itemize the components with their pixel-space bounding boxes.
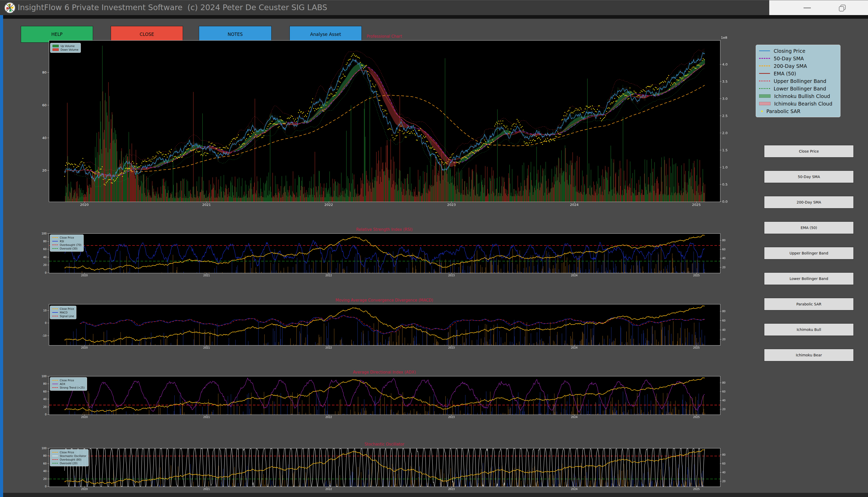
rsi-legend: Close PriceRSIOverbought (70)Oversold (3… <box>50 235 84 252</box>
oversold-20-swatch-icon <box>52 463 58 464</box>
legend-label: EMA (50) <box>774 71 796 76</box>
legend-item-macd: MACD <box>52 311 74 314</box>
adx-swatch-icon <box>52 384 58 384</box>
sidebar-button-200-day-sma[interactable]: 200-Day SMA <box>764 196 854 209</box>
legend-item-rsi: RSI <box>52 239 81 243</box>
rsi-swatch-icon <box>52 241 58 241</box>
legend-item-stochastic-oscillator: Stochastic Oscillator <box>52 454 86 458</box>
legend-item-overbought-70: Overbought (70) <box>52 243 81 247</box>
macd-title: Moving Average Convergence Divergence (M… <box>49 298 720 302</box>
legend-label: Close Price <box>60 308 74 310</box>
ema-50-swatch-icon <box>759 73 770 74</box>
signal-line-swatch-icon <box>52 316 58 316</box>
close-price-swatch-icon <box>52 309 58 309</box>
legend-label: Strong Trend (>25) <box>60 386 85 389</box>
legend-label: ADX <box>60 383 65 385</box>
legend-label: Close Price <box>60 451 74 454</box>
legend-label: Oversold (30) <box>60 247 77 250</box>
legend-item-close-price: Close Price <box>52 236 81 239</box>
sidebar-button-close-price[interactable]: Close Price <box>764 145 854 157</box>
oversold-30-swatch-icon <box>52 248 58 249</box>
200-day-sma-swatch-icon <box>759 66 770 66</box>
legend-label: Overbought (70) <box>60 244 81 246</box>
legend-item-oversold-20: Oversold (20) <box>52 462 86 465</box>
up-volume-swatch-icon <box>53 45 59 47</box>
sidebar-button-ema-50[interactable]: EMA (50) <box>764 222 854 234</box>
minimize-button[interactable] <box>804 8 811 8</box>
titlebar: InsightFlow 6 Private Investment Softwar… <box>0 0 868 15</box>
stoch-panel: Stochastic Oscillator Close PriceStochas… <box>49 448 720 486</box>
50-day-sma-swatch-icon <box>759 58 770 59</box>
price-chart-title: Professional Chart <box>49 34 720 39</box>
legend-label: 200-Day SMA <box>774 63 807 69</box>
app-icon <box>4 2 16 14</box>
legend-label: Up Volume <box>60 45 75 47</box>
legend-item-close-price: Close Price <box>52 451 86 454</box>
legend-item-50-day-sma: 50-Day SMA <box>759 55 837 62</box>
legend-label: Close Price <box>60 236 74 239</box>
rsi-canvas[interactable] <box>49 233 720 273</box>
restore-button[interactable] <box>839 5 845 12</box>
macd-legend: Close PriceMACDSignal Line <box>50 306 76 319</box>
legend-label: Close Price <box>60 379 74 382</box>
adx-title: Average Directional Index (ADX) <box>49 370 720 374</box>
sidebar-button-parabolic-sar[interactable]: Parabolic SAR <box>764 298 854 310</box>
legend-item-overbought-80: Overbought (80) <box>52 458 86 462</box>
legend-label: RSI <box>60 240 64 243</box>
strong-trend-25-swatch-icon <box>52 387 58 388</box>
ichimoku-bullish-cloud-swatch-icon <box>759 94 770 98</box>
bottom-strip <box>3 493 868 497</box>
sidebar-button-ichimoku-bull[interactable]: Ichimoku Bull <box>764 323 854 336</box>
legend-label: Lower Bollinger Band <box>774 86 826 91</box>
sidebar-button-ichimoku-bear[interactable]: Ichimoku Bear <box>764 349 854 361</box>
legend-item-200-day-sma: 200-Day SMA <box>759 62 837 70</box>
window-title: InsightFlow 6 Private Investment Softwar… <box>18 3 327 12</box>
legend-label: Upper Bollinger Band <box>774 78 826 84</box>
legend-item-ichimoku-bullish-cloud: Ichimoku Bullish Cloud <box>759 92 837 100</box>
sidebar-button-50-day-sma[interactable]: 50-Day SMA <box>764 171 854 183</box>
legend-label: Ichimoku Bullish Cloud <box>774 93 830 99</box>
left-accent-strip <box>0 15 3 497</box>
legend-item-up-volume: Up Volume <box>53 44 78 48</box>
close-price-swatch-icon <box>52 452 58 453</box>
sidebar-button-lower-bollinger-band[interactable]: Lower Bollinger Band <box>764 272 854 285</box>
sidebar-button-upper-bollinger-band[interactable]: Upper Bollinger Band <box>764 247 854 259</box>
sidebar-buttons: Close Price50-Day SMA200-Day SMAEMA (50)… <box>764 145 854 374</box>
legend-label: 50-Day SMA <box>774 56 804 61</box>
stochastic-oscillator-swatch-icon <box>52 456 58 456</box>
stoch-canvas[interactable] <box>49 448 720 487</box>
legend-item-lower-bollinger-band: Lower Bollinger Band <box>759 85 837 92</box>
legend-item-close-price: Close Price <box>52 379 85 382</box>
price-chart-canvas[interactable] <box>49 40 720 202</box>
rsi-title: Relative Strength Index (RSI) <box>49 227 720 232</box>
legend-label: Oversold (20) <box>60 462 77 465</box>
legend-item-parabolic-sar: Parabolic SAR <box>759 108 837 115</box>
legend-item-oversold-30: Oversold (30) <box>52 247 81 250</box>
legend-item-strong-trend-25: Strong Trend (>25) <box>52 386 85 389</box>
ichimoku-bearish-cloud-swatch-icon <box>759 102 770 105</box>
macd-canvas[interactable] <box>49 304 720 345</box>
closing-price-swatch-icon <box>759 51 770 51</box>
overbought-80-swatch-icon <box>52 459 58 460</box>
adx-canvas[interactable] <box>49 376 720 415</box>
rsi-panel: Relative Strength Index (RSI) Close Pric… <box>49 233 720 273</box>
close-price-swatch-icon <box>52 380 58 381</box>
indicator-legend: Closing Price50-Day SMA200-Day SMAEMA (5… <box>756 45 840 117</box>
legend-item-closing-price: Closing Price <box>759 47 837 55</box>
adx-legend: Close PriceADXStrong Trend (>25) <box>50 377 87 391</box>
legend-label: Down Volume <box>60 48 78 51</box>
lower-bollinger-band-swatch-icon <box>759 88 770 89</box>
down-volume-swatch-icon <box>53 48 59 51</box>
stoch-title: Stochastic Oscillator <box>49 442 720 446</box>
price-chart-panel: Professional Chart Up VolumeDown Volume … <box>49 40 720 201</box>
legend-label: Stochastic Oscillator <box>60 455 86 457</box>
legend-item-close-price: Close Price <box>52 307 74 311</box>
close-price-swatch-icon <box>52 237 58 238</box>
legend-label: Parabolic SAR <box>766 109 800 114</box>
macd-panel: Moving Average Convergence Divergence (M… <box>49 304 720 345</box>
legend-label: MACD <box>60 311 68 314</box>
legend-item-signal-line: Signal Line <box>52 314 74 318</box>
legend-label: Overbought (80) <box>60 458 81 461</box>
legend-label: Ichimoku Bearish Cloud <box>774 101 833 106</box>
legend-item-ichimoku-bearish-cloud: Ichimoku Bearish Cloud <box>759 100 837 108</box>
